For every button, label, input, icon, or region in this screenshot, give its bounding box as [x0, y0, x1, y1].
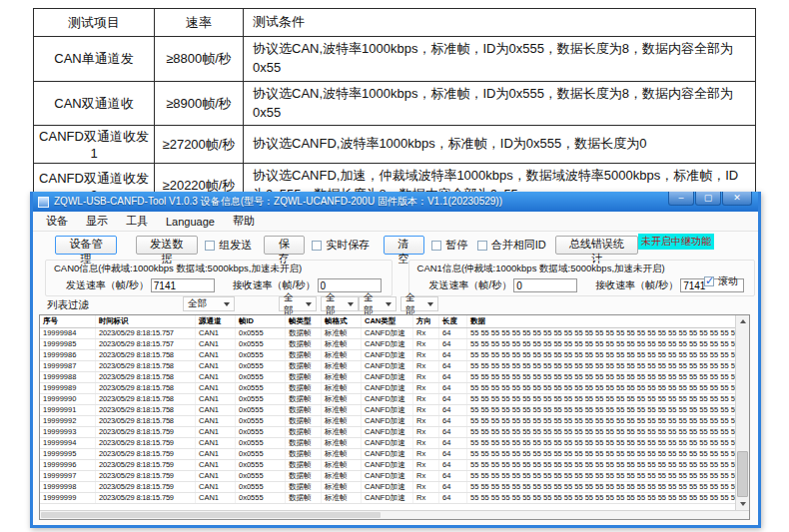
frame-row[interactable]: 199999982023/05/29 8:18:15.759CAN10x0555… — [40, 482, 735, 493]
spec-cell: CAN单通道发 — [34, 37, 155, 82]
frame-cell-frame-format: 标准帧 — [322, 339, 362, 349]
frame-cell-time: 2023/05/29 8:18:15.759 — [96, 482, 196, 492]
can1-tx-rate-input[interactable] — [513, 278, 577, 292]
frame-row[interactable]: 199999852023/05/29 8:18:15.757CAN10x0555… — [40, 339, 735, 350]
frame-cell-frame-id: 0x0555 — [236, 350, 286, 360]
frame-row[interactable]: 199999932023/05/29 8:18:15.759CAN10x0555… — [40, 427, 735, 438]
frame-cell-frame-id: 0x0555 — [236, 427, 286, 437]
scroll-checkbox[interactable]: 滚动 — [704, 274, 738, 288]
frame-cell-frame-id: 0x0555 — [236, 482, 286, 492]
frame-cell-can-type: CANFD加速 — [362, 394, 413, 404]
frame-cell-src-channel: CAN1 — [196, 416, 236, 426]
frame-cell-data: 55 55 55 55 55 55 55 55 55 55 55 55 55 5… — [467, 405, 735, 415]
hscrollbar-thumb[interactable] — [41, 512, 381, 518]
frame-cell-can-type: CANFD加速 — [362, 482, 413, 492]
frame-row[interactable]: 199999952023/05/29 8:18:15.759CAN10x0555… — [40, 449, 735, 460]
frame-cell-time: 2023/05/29 8:18:15.757 — [96, 339, 196, 349]
frame-row[interactable]: 199999972023/05/29 8:18:15.759CAN10x0555… — [40, 471, 735, 482]
send-data-button[interactable]: 发送数据 — [136, 236, 198, 255]
frame-cell-src-channel: CAN1 — [196, 350, 236, 360]
close-button[interactable]: ✕ — [722, 192, 752, 206]
spec-cell: 协议选CAN,波特率1000kbps，标准帧，ID为0x555，数据长度为8，数… — [244, 37, 756, 82]
frame-row[interactable]: 199999882023/05/29 8:18:15.758CAN10x0555… — [40, 372, 735, 383]
frame-cell-seq: 19999998 — [40, 482, 96, 492]
frame-cell-can-type: CANFD加速 — [362, 449, 413, 459]
frame-cell-direction: Rx — [413, 383, 439, 393]
frame-row[interactable]: 199999902023/05/29 8:18:15.758CAN10x0555… — [40, 394, 735, 405]
frame-row[interactable]: 199999842023/05/29 8:18:15.757CAN10x0555… — [40, 328, 735, 339]
frame-cell-seq: 19999995 — [40, 449, 96, 459]
frame-cell-length: 64 — [439, 438, 467, 448]
frame-cell-length: 64 — [439, 394, 467, 404]
frame-cell-frame-format: 标准帧 — [322, 383, 362, 393]
frame-cell-direction: Rx — [413, 361, 439, 371]
save-button[interactable]: 保存 — [264, 236, 305, 255]
menu-item-display[interactable]: 显示 — [77, 212, 117, 231]
frame-cell-data: 55 55 55 55 55 55 55 55 55 55 55 55 55 5… — [467, 449, 735, 459]
frame-cell-frame-format: 标准帧 — [322, 449, 362, 459]
frame-cell-length: 64 — [439, 350, 467, 360]
scrollbar-thumb[interactable] — [737, 451, 748, 497]
frame-cell-time: 2023/05/29 8:18:15.759 — [96, 449, 196, 459]
vertical-scrollbar[interactable] — [735, 315, 749, 510]
frame-row[interactable]: 199999992023/05/29 8:18:15.759CAN10x0555… — [40, 493, 735, 504]
menu-item-help[interactable]: 帮助 — [224, 212, 264, 231]
minimize-button[interactable]: – — [668, 192, 694, 206]
horizontal-scrollbar[interactable] — [40, 510, 749, 519]
filter-dropdown-2[interactable]: 全部 — [279, 296, 317, 311]
frame-row[interactable]: 199999892023/05/29 8:18:15.758CAN10x0555… — [40, 383, 735, 394]
filter-dropdown-5[interactable]: 全部 — [400, 296, 438, 311]
frame-cell-frame-type: 数据帧 — [286, 350, 322, 360]
checkbox-label: 组发送 — [219, 238, 252, 253]
frame-cell-time: 2023/05/29 8:18:15.759 — [96, 427, 196, 437]
frame-cell-length: 64 — [439, 416, 467, 426]
frame-cell-src-channel: CAN1 — [196, 372, 236, 382]
pause-checkbox[interactable]: 暂停 — [431, 238, 467, 253]
frames-table: 序号时间标识源通道帧ID帧类型帧格式CAN类型方向长度数据 1999998420… — [39, 314, 750, 520]
checkbox-label: 合并相同ID — [491, 238, 546, 253]
bus-error-stats-button[interactable]: 总线错误统计 — [555, 236, 638, 255]
frame-cell-src-channel: CAN1 — [196, 471, 236, 481]
column-header-frame-id: 帧ID — [236, 315, 286, 327]
frame-cell-frame-type: 数据帧 — [286, 416, 322, 426]
frame-cell-data: 55 55 55 55 55 55 55 55 55 55 55 55 55 5… — [467, 328, 735, 338]
checkbox-icon — [704, 276, 714, 286]
scroll-up-icon[interactable] — [736, 315, 749, 327]
frame-row[interactable]: 199999942023/05/29 8:18:15.759CAN10x0555… — [40, 438, 735, 449]
menu-item-language[interactable]: Language — [157, 214, 224, 230]
frame-cell-direction: Rx — [413, 482, 439, 492]
frame-cell-data: 55 55 55 55 55 55 55 55 55 55 55 55 55 5… — [467, 394, 735, 404]
frame-cell-src-channel: CAN1 — [196, 460, 236, 470]
frame-cell-frame-format: 标准帧 — [322, 438, 362, 448]
merge-same-id-checkbox[interactable]: 合并相同ID — [477, 238, 546, 253]
maximize-button[interactable]: ▢ — [695, 192, 721, 206]
frame-cell-frame-type: 数据帧 — [286, 449, 322, 459]
filter-dropdown-1[interactable]: 全部 — [183, 296, 235, 311]
frame-row[interactable]: 199999862023/05/29 8:18:15.758CAN10x0555… — [40, 350, 735, 361]
frame-row[interactable]: 199999872023/05/29 8:18:15.758CAN10x0555… — [40, 361, 735, 372]
frame-cell-frame-format: 标准帧 — [322, 361, 362, 371]
frame-cell-data: 55 55 55 55 55 55 55 55 55 55 55 55 55 5… — [467, 471, 735, 481]
realtime-save-checkbox[interactable]: 实时保存 — [312, 238, 370, 253]
menu-item-tools[interactable]: 工具 — [117, 212, 157, 231]
column-header-src-channel: 源通道 — [196, 315, 236, 327]
menu-item-device[interactable]: 设备 — [37, 212, 77, 231]
clear-button[interactable]: 清空 — [384, 236, 424, 255]
frame-cell-time: 2023/05/29 8:18:15.758 — [96, 361, 196, 371]
device-manage-button[interactable]: 设备管理 — [55, 236, 117, 255]
group-send-checkbox[interactable]: 组发送 — [205, 238, 252, 253]
can0-tx-rate-label: 发送速率（帧/秒） — [66, 278, 149, 292]
frame-cell-frame-id: 0x0555 — [236, 361, 286, 371]
column-header-time: 时间标识 — [96, 315, 196, 327]
filter-dropdown-4[interactable]: 全部 — [359, 296, 396, 311]
frame-cell-direction: Rx — [413, 416, 439, 426]
can0-rx-rate-label: 接收速率（帧/秒） — [233, 278, 316, 292]
checkbox-label: 实时保存 — [326, 238, 370, 253]
frame-row[interactable]: 199999922023/05/29 8:18:15.758CAN10x0555… — [40, 416, 735, 427]
can0-tx-rate-input[interactable] — [151, 278, 215, 292]
scrollbar-track[interactable] — [736, 327, 749, 498]
scroll-down-icon[interactable] — [736, 498, 749, 510]
filter-dropdown-3[interactable]: 全部 — [321, 296, 359, 311]
frame-row[interactable]: 199999962023/05/29 8:18:15.759CAN10x0555… — [40, 460, 735, 471]
frame-row[interactable]: 199999912023/05/29 8:18:15.758CAN10x0555… — [40, 405, 735, 416]
